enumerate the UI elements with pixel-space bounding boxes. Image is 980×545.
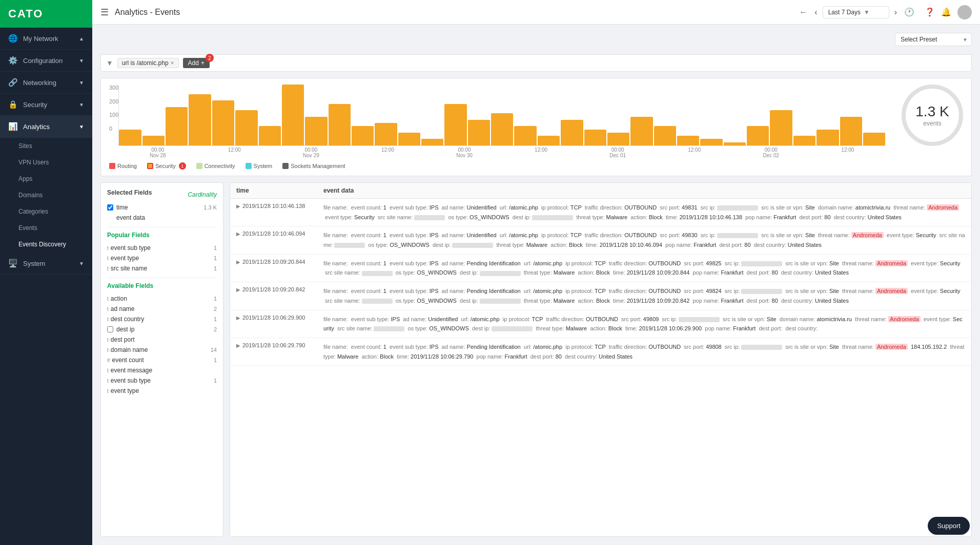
sidebar-item-security[interactable]: 🔒 Security ▼ (0, 94, 92, 116)
bell-icon[interactable]: 🔔 (941, 7, 951, 17)
event-row-1: ▶ 2019/11/28 10:10:46.138 file name: eve… (230, 199, 971, 226)
filter-tag-remove[interactable]: × (171, 59, 174, 67)
date-range-selector[interactable]: Last 7 Days ▼ (823, 6, 889, 18)
legend-connectivity[interactable]: Connectivity (196, 163, 235, 169)
add-filter-label: Add (188, 59, 199, 67)
expand-icon-4[interactable]: ▶ (236, 287, 240, 292)
y-label-200: 200 (109, 98, 118, 104)
event-row-2: ▶ 2019/11/28 10:10:46.094 file name: eve… (230, 226, 971, 254)
logo: CATO (0, 0, 92, 28)
divider-2 (107, 278, 217, 278)
chart-x-labels: 00:00Nov 28 12:00 00:00Nov 29 12:00 00:0… (118, 147, 885, 158)
field-time-checkbox[interactable] (107, 204, 113, 211)
field-action-label: action (111, 295, 212, 302)
event-time-6[interactable]: ▶ 2019/11/28 10:06:29.790 (236, 342, 323, 348)
back-button[interactable]: ← (797, 6, 809, 19)
sidebar-item-my-network[interactable]: 🌐 My Network ▲ (0, 28, 92, 50)
sidebar-item-domains[interactable]: Domains (0, 187, 92, 203)
sidebar-item-events[interactable]: Events (0, 220, 92, 236)
user-avatar[interactable] (957, 5, 972, 19)
field-dest-country-label: dest country (111, 316, 212, 323)
chart-bar (724, 142, 746, 145)
menu-icon[interactable]: ☰ (100, 7, 109, 18)
date-range-label: Last 7 Days (828, 9, 861, 16)
sidebar-item-analytics[interactable]: 📊 Analytics ▼ (0, 116, 92, 138)
right-chevron-button[interactable]: › (892, 6, 899, 19)
event-time-value-3: 2019/11/28 10:09:20.844 (242, 259, 305, 265)
legend-system[interactable]: System (246, 163, 273, 169)
chart-bar (142, 136, 165, 145)
expand-icon-5[interactable]: ▶ (236, 315, 240, 321)
expand-icon-2[interactable]: ▶ (236, 231, 240, 237)
sidebar-item-label-security: Security (23, 101, 47, 109)
clock-button[interactable]: 🕐 (902, 5, 916, 19)
sidebar-item-apps[interactable]: Apps (0, 171, 92, 187)
filter-icon[interactable]: ▼ (106, 59, 113, 67)
preset-select[interactable]: Select Preset (895, 33, 972, 46)
chart-bar (235, 110, 257, 145)
sidebar-item-configuration[interactable]: ⚙️ Configuration ▼ (0, 50, 92, 72)
event-time-4[interactable]: ▶ 2019/11/28 10:09:20.842 (236, 286, 323, 292)
networking-icon: 🔗 (8, 78, 18, 87)
event-data-6: file name: event count: 1 event sub type… (323, 342, 965, 361)
date-range-caret: ▼ (864, 9, 870, 16)
events-total-value: 1.3 K (915, 103, 949, 120)
sidebar-item-vpn-users[interactable]: VPN Users (0, 154, 92, 171)
support-button[interactable]: Support (928, 517, 970, 535)
x-label-9: 00:00Dec 02 (763, 147, 779, 158)
sidebar-item-label-analytics: Analytics (23, 123, 50, 131)
legend-security[interactable]: Security 1 (147, 162, 186, 170)
sidebar-item-label-configuration: Configuration (23, 57, 63, 65)
field-event-sub-type-count: 1 (214, 245, 217, 251)
event-data-3: file name: event count: 1 event sub type… (323, 259, 965, 278)
field-dest-ip-label: dest ip (116, 326, 212, 333)
expand-icon-1[interactable]: ▶ (236, 203, 240, 209)
expand-icon-3[interactable]: ▶ (236, 259, 240, 265)
legend-connectivity-label: Connectivity (205, 163, 235, 169)
topbar: ☰ Analytics - Events ← ‹ Last 7 Days ▼ ›… (92, 0, 980, 25)
selected-fields-title: Selected Fields (107, 189, 152, 196)
divider-1 (107, 227, 217, 227)
sidebar-item-categories[interactable]: Categories (0, 203, 92, 220)
sidebar-item-events-discovery[interactable]: Events Discovery (0, 236, 92, 253)
y-label-0: 0 (109, 125, 118, 132)
sidebar-item-system[interactable]: 🖥️ System ▼ (0, 253, 92, 275)
legend-routing[interactable]: Routing (109, 163, 137, 169)
col-data-header: event data (323, 187, 965, 194)
legend-system-label: System (254, 163, 273, 169)
field-icon-event-sub-type2: t (107, 378, 109, 384)
chart-bar (329, 104, 351, 145)
event-time-1[interactable]: ▶ 2019/11/28 10:10:46.138 (236, 203, 323, 209)
field-dest-ip-checkbox[interactable] (107, 326, 113, 332)
left-chevron-button[interactable]: ‹ (812, 6, 819, 19)
chart-area: 300 200 100 0 00:00Nov 28 12:00 00:00No (109, 85, 963, 170)
field-event-sub-type2-label: event sub type (111, 377, 212, 384)
events-total-circle: 1.3 K events (902, 85, 963, 146)
x-label-10: 12:00 (841, 147, 854, 158)
sidebar-item-networking[interactable]: 🔗 Networking ▼ (0, 72, 92, 94)
chart-bar (189, 94, 211, 145)
chart-bar (630, 117, 652, 145)
event-time-5[interactable]: ▶ 2019/11/28 10:06:29.900 (236, 315, 323, 321)
chart-bar (282, 85, 304, 145)
field-dest-ip: dest ip 2 (107, 324, 217, 334)
field-icon-t2: t (107, 256, 109, 261)
field-src-site-name: t src site name 1 (107, 263, 217, 274)
event-time-2[interactable]: ▶ 2019/11/28 10:10:46.094 (236, 230, 323, 237)
sidebar-item-label-networking: Networking (23, 79, 56, 87)
field-action-count: 1 (214, 296, 217, 302)
left-panel: Selected Fields Cardinality time 1.3 K e… (100, 182, 223, 537)
expand-icon-6[interactable]: ▶ (236, 343, 240, 348)
chart-bar (840, 117, 862, 145)
chart-bar (468, 120, 490, 145)
help-icon[interactable]: ❓ (925, 7, 935, 17)
chevron-icon: ▼ (79, 261, 84, 266)
legend-sockets[interactable]: Sockets Management (282, 163, 345, 169)
field-event-message: t event message (107, 365, 217, 375)
event-data-1: file name: event count: 1 event sub type… (323, 203, 965, 222)
sidebar-item-sites[interactable]: Sites (0, 138, 92, 154)
add-filter-plus: + (201, 59, 205, 67)
field-dest-port-label: dest port (111, 336, 217, 343)
event-time-3[interactable]: ▶ 2019/11/28 10:09:20.844 (236, 259, 323, 265)
sidebar-sub-label-categories: Categories (18, 208, 48, 215)
